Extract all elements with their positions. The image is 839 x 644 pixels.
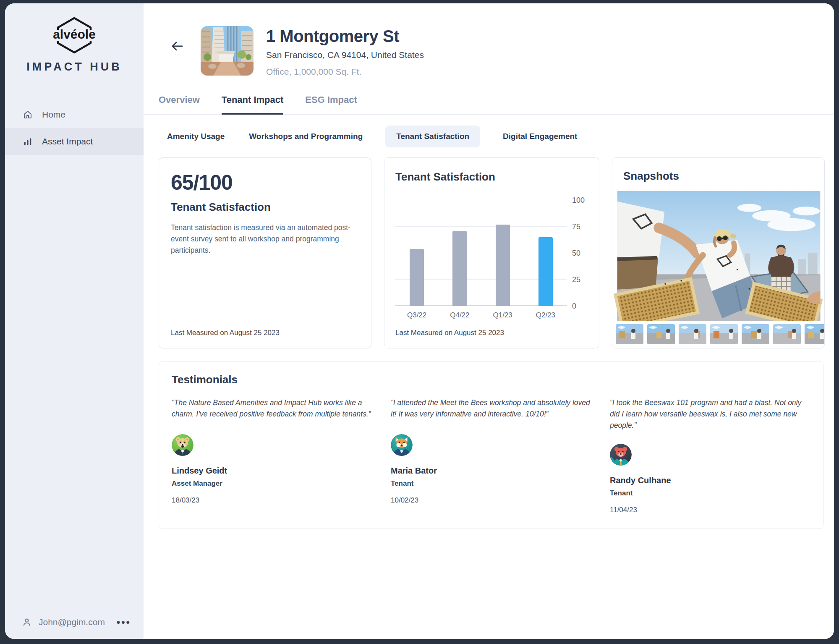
logo: alvéole IMPACT HUB bbox=[5, 16, 144, 73]
sidebar-item-label: Home bbox=[42, 110, 65, 120]
snapshot-thumbnail[interactable] bbox=[679, 324, 706, 344]
chart-bar-q3-22 bbox=[410, 249, 424, 306]
testimonials-title: Testimonials bbox=[172, 373, 810, 386]
app-window: alvéole IMPACT HUB Home Asset Impact bbox=[5, 3, 834, 639]
bear-red-dark-avatar-icon bbox=[610, 444, 632, 466]
chart-y-axis: 0255075100 bbox=[569, 200, 589, 306]
sidebar-item-asset-impact[interactable]: Asset Impact bbox=[5, 128, 144, 155]
subtab-digital-engagement[interactable]: Digital Engagement bbox=[501, 126, 579, 147]
snapshot-thumbnail[interactable] bbox=[616, 324, 643, 344]
chart-y-tick-label: 100 bbox=[572, 196, 585, 205]
testimonial-name: Lindsey Geidt bbox=[172, 466, 372, 476]
avatar bbox=[172, 434, 193, 456]
avatar bbox=[610, 444, 632, 466]
bar-chart-icon bbox=[23, 136, 33, 147]
fox-teal-avatar-icon bbox=[391, 434, 413, 456]
cards-row: 65/100 Tenant Satisfaction Tenant satisf… bbox=[159, 157, 834, 348]
arrow-left-icon bbox=[170, 39, 185, 53]
testimonial-date: 11/04/23 bbox=[610, 506, 810, 514]
testimonial-quote: “I took the Beeswax 101 program and had … bbox=[610, 397, 810, 431]
chart-x-axis: Q3/22Q4/22Q1/23Q2/23 bbox=[395, 311, 567, 319]
chart-y-tick-label: 75 bbox=[572, 222, 580, 231]
chart-x-tick-label: Q2/23 bbox=[524, 311, 567, 319]
property-meta: Office, 1,000,000 Sq. Ft. bbox=[266, 67, 424, 77]
score-card-footnote: Last Measured on August 25 2023 bbox=[171, 329, 359, 337]
alveole-hexagon-logo-icon: alvéole bbox=[52, 16, 97, 55]
home-icon bbox=[23, 110, 33, 120]
property-photo-image bbox=[201, 26, 254, 76]
snapshot-thumbnail[interactable] bbox=[742, 324, 769, 344]
chart-y-tick-label: 50 bbox=[572, 249, 580, 258]
testimonial-item: “I attended the Meet the Bees workshop a… bbox=[391, 397, 591, 514]
testimonials-card: Testimonials “The Nature Based Amenities… bbox=[159, 361, 823, 529]
snapshots-title: Snapshots bbox=[612, 158, 824, 191]
sidebar-item-label: Asset Impact bbox=[42, 136, 93, 147]
score-value: 65/100 bbox=[171, 170, 359, 195]
snapshot-main-photo[interactable] bbox=[612, 191, 825, 321]
sidebar-item-home[interactable]: Home bbox=[5, 101, 144, 128]
property-photo bbox=[201, 26, 254, 76]
user-email[interactable]: John@pgim.com bbox=[39, 617, 105, 627]
chart-bar-q4-22 bbox=[452, 231, 467, 306]
chart-bar-q2-23 bbox=[538, 237, 553, 306]
chart-bars bbox=[395, 200, 567, 306]
testimonial-role: Tenant bbox=[391, 479, 591, 488]
testimonial-role: Tenant bbox=[610, 489, 810, 497]
chart-x-tick-label: Q1/23 bbox=[481, 311, 524, 319]
testimonial-quote: “I attended the Meet the Bees workshop a… bbox=[391, 397, 591, 421]
score-card-description: Tenant satisfaction is measured via an a… bbox=[171, 222, 355, 256]
testimonial-role: Asset Manager bbox=[172, 479, 372, 488]
main-content: 1 Montgomery St San Francisco, CA 94104,… bbox=[144, 3, 834, 639]
avatar bbox=[391, 434, 413, 456]
subtab-tenant-satisfaction[interactable]: Tenant Satisfaction bbox=[385, 126, 480, 147]
chart-y-tick-label: 0 bbox=[572, 301, 576, 311]
testimonial-item: “The Nature Based Amenities and Impact H… bbox=[172, 397, 372, 514]
chart-y-tick-label: 25 bbox=[572, 275, 580, 284]
snapshot-thumbnail[interactable] bbox=[805, 324, 824, 344]
more-options-icon[interactable] bbox=[117, 616, 131, 628]
back-button[interactable] bbox=[167, 37, 187, 57]
property-header: 1 Montgomery St San Francisco, CA 94104,… bbox=[167, 26, 834, 77]
tab-esg-impact[interactable]: ESG Impact bbox=[305, 94, 357, 115]
testimonial-name: Maria Bator bbox=[391, 466, 591, 476]
snapshot-thumbnail[interactable] bbox=[773, 324, 801, 344]
snapshot-thumbnail[interactable] bbox=[647, 324, 675, 344]
subtab-workshops-programming[interactable]: Workshops and Programming bbox=[247, 126, 364, 147]
sidebar-nav: Home Asset Impact bbox=[5, 101, 144, 155]
property-title-block: 1 Montgomery St San Francisco, CA 94104,… bbox=[266, 26, 424, 77]
person-icon bbox=[22, 617, 32, 627]
main-tabs: Overview Tenant Impact ESG Impact bbox=[144, 94, 834, 115]
sidebar: alvéole IMPACT HUB Home Asset Impact bbox=[5, 3, 144, 639]
score-card-title: Tenant Satisfaction bbox=[171, 201, 359, 214]
brand-title: IMPACT HUB bbox=[26, 60, 122, 73]
testimonials-grid: “The Nature Based Amenities and Impact H… bbox=[172, 397, 810, 514]
logo-text: alvéole bbox=[53, 27, 96, 41]
property-address: San Francisco, CA 94104, United States bbox=[266, 50, 424, 60]
bar-chart: 0255075100 bbox=[395, 200, 567, 306]
chart-x-tick-label: Q3/22 bbox=[395, 311, 438, 319]
snapshot-thumbnail-strip bbox=[612, 321, 824, 348]
bear-suit-green-avatar-icon bbox=[172, 434, 193, 456]
tab-overview[interactable]: Overview bbox=[159, 94, 200, 115]
snapshot-thumbnail[interactable] bbox=[710, 324, 738, 344]
snapshots-card: Snapshots bbox=[612, 157, 825, 348]
tenant-satisfaction-chart-card: Tenant Satisfaction 0255075100 Q3/22Q4/2… bbox=[384, 157, 599, 348]
testimonial-date: 18/03/23 bbox=[172, 496, 372, 505]
tab-tenant-impact[interactable]: Tenant Impact bbox=[222, 94, 284, 115]
testimonial-date: 10/02/23 bbox=[391, 496, 591, 505]
subtab-amenity-usage[interactable]: Amenity Usage bbox=[165, 126, 226, 147]
chart-plot bbox=[395, 200, 567, 306]
chart-bar-q1-23 bbox=[496, 225, 510, 306]
testimonial-name: Randy Culhane bbox=[610, 476, 810, 485]
sub-tabs: Amenity Usage Workshops and Programming … bbox=[165, 126, 834, 147]
testimonial-quote: “The Nature Based Amenities and Impact H… bbox=[172, 397, 372, 421]
chart-title: Tenant Satisfaction bbox=[395, 170, 589, 183]
chart-card-footnote: Last Measured on August 25 2023 bbox=[395, 329, 589, 337]
tenant-satisfaction-score-card: 65/100 Tenant Satisfaction Tenant satisf… bbox=[159, 157, 371, 348]
testimonial-item: “I took the Beeswax 101 program and had … bbox=[610, 397, 810, 514]
chart-x-tick-label: Q4/22 bbox=[438, 311, 481, 319]
sidebar-footer: John@pgim.com bbox=[5, 616, 144, 628]
page-title: 1 Montgomery St bbox=[266, 27, 424, 46]
